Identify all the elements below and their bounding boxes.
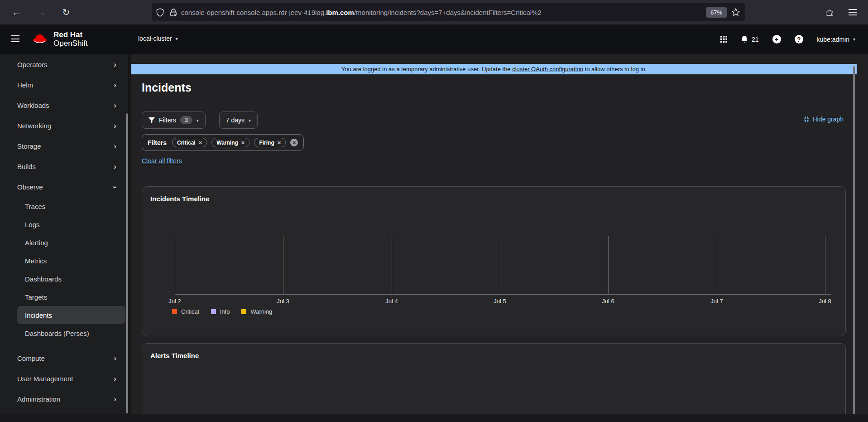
chevron-down-icon: ▾ [853, 37, 855, 42]
chevron-right-icon: › [114, 142, 116, 151]
clear-all-filters-link[interactable]: Clear all filters [142, 157, 182, 165]
browser-reload-icon[interactable]: ↻ [59, 5, 73, 19]
sidebar-item-alerting[interactable]: Alerting [17, 233, 125, 252]
chevron-right-icon: › [114, 374, 116, 383]
sidebar-item-storage[interactable]: Storage› [0, 136, 128, 156]
sidebar-item-builds[interactable]: Builds› [0, 156, 128, 177]
browser-forward-icon[interactable]: → [34, 5, 48, 19]
chevron-right-icon: › [114, 395, 116, 404]
date-tick-line [392, 236, 392, 294]
critical-swatch-icon [172, 309, 177, 314]
date-tick-line [500, 236, 500, 294]
alerts-timeline-card: Alerts Timeline [142, 343, 846, 422]
chevron-down-icon: ▾ [197, 118, 199, 123]
sidebar-item-incidents[interactable]: Incidents [17, 306, 125, 324]
chevron-right-icon: › [114, 60, 116, 69]
filter-chip-group: Filters Critical× Warning× Firing× × [142, 134, 304, 151]
chevron-right-icon: › [114, 121, 116, 131]
filter-funnel-icon [149, 117, 155, 123]
chevron-right-icon: › [114, 354, 116, 363]
warning-swatch-icon [241, 309, 246, 314]
date-tick-line [825, 236, 825, 294]
x-tick-label: Jul 7 [710, 298, 723, 305]
help-button[interactable]: ? [795, 35, 803, 44]
chip-close-icon[interactable]: × [199, 139, 202, 146]
chevron-right-icon: › [114, 81, 116, 90]
filter-chip-critical: Critical× [172, 138, 207, 147]
notification-count: 21 [752, 36, 759, 43]
chevron-right-icon: › [114, 162, 116, 171]
compress-icon [803, 116, 810, 122]
chevron-down-icon: › [110, 186, 120, 189]
sidebar-item-operators[interactable]: Operators› [0, 54, 128, 75]
oauth-config-link[interactable]: cluster OAuth configuration [512, 66, 583, 73]
plus-circle-icon: + [772, 35, 781, 44]
date-tick-line [175, 236, 175, 294]
sidebar-nav: Operators› Helm› Workloads› Networking› … [0, 54, 128, 422]
sidebar-item-metrics[interactable]: Metrics [17, 252, 125, 270]
x-tick-label: Jul 5 [494, 298, 506, 305]
sidebar-item-dashboards[interactable]: Dashboards [17, 270, 125, 288]
bookmark-star-icon[interactable] [731, 8, 740, 17]
sidebar-item-observe[interactable]: Observe› [0, 177, 128, 197]
brand-logo: Red Hat OpenShift [30, 30, 88, 48]
chevron-right-icon: › [114, 101, 116, 110]
url-bar[interactable]: console-openshift-console.apps.rdr-jeev-… [152, 3, 745, 21]
sidebar-item-networking[interactable]: Networking› [0, 116, 128, 136]
sidebar-item-traces[interactable]: Traces [17, 197, 125, 215]
x-tick-label: Jul 8 [819, 298, 831, 305]
zoom-level-badge[interactable]: 67% [706, 7, 727, 18]
date-tick-line [608, 236, 609, 294]
legend-item-critical: Critical [172, 308, 199, 315]
x-tick-label: Jul 4 [385, 298, 398, 305]
chip-close-icon[interactable]: × [278, 139, 281, 146]
date-tick-line [717, 236, 717, 294]
page-title: Incidents [142, 81, 192, 94]
sidebar-item-workloads[interactable]: Workloads› [0, 95, 128, 116]
filters-count-badge: 3 [180, 116, 192, 124]
admin-user-banner: You are logged in as a temporary adminis… [131, 64, 857, 74]
lock-warning-icon[interactable] [169, 8, 177, 17]
question-circle-icon: ? [795, 35, 803, 44]
x-tick-label: Jul 2 [168, 298, 181, 305]
sidebar-item-targets[interactable]: Targets [17, 288, 125, 306]
content-scrollbar[interactable] [853, 66, 855, 416]
nav-section-gap [0, 342, 128, 348]
clear-chip-group-icon[interactable]: × [290, 139, 298, 146]
extensions-puzzle-icon[interactable] [823, 5, 837, 19]
sidebar-scrollbar[interactable] [126, 113, 128, 413]
chip-close-icon[interactable]: × [241, 139, 245, 146]
quick-create-button[interactable]: + [772, 35, 781, 44]
bell-icon [741, 35, 748, 44]
url-text[interactable]: console-openshift-console.apps.rdr-jeev-… [181, 9, 702, 16]
sidebar-item-user-management[interactable]: User Management› [0, 369, 128, 389]
x-tick-label: Jul 6 [602, 298, 614, 305]
sidebar-item-compute[interactable]: Compute› [0, 348, 128, 369]
chevron-down-icon: ▾ [249, 118, 251, 123]
redhat-fedora-icon [30, 30, 50, 48]
hide-graph-button[interactable]: Hide graph [803, 116, 844, 123]
app-launcher-icon[interactable] [720, 36, 727, 43]
sidebar-item-logs[interactable]: Logs [17, 215, 125, 233]
sidebar-item-administration[interactable]: Administration› [0, 389, 128, 409]
notifications-button[interactable]: 21 [741, 35, 759, 44]
filter-chip-firing: Firing× [254, 138, 286, 147]
time-range-dropdown-button[interactable]: 7 days ▾ [219, 112, 258, 129]
alerts-timeline-title: Alerts Timeline [150, 352, 199, 359]
sidebar-item-dashboards-perses[interactable]: Dashboards (Perses) [17, 324, 125, 342]
filters-dropdown-button[interactable]: Filters 3 ▾ [142, 112, 206, 129]
chart-legend: Critical Info Warning [172, 308, 272, 315]
tracking-shield-icon[interactable] [156, 8, 164, 17]
user-menu[interactable]: kube:admin▾ [817, 36, 855, 43]
incidents-timeline-card: Incidents Timeline Jul 2 Jul 3 Jul 4 Jul… [142, 186, 846, 336]
browser-back-icon[interactable]: ← [10, 5, 24, 19]
window-bottom-edge [0, 414, 868, 422]
nav-toggle-icon[interactable] [11, 35, 19, 42]
cluster-selector[interactable]: local-cluster▾ [138, 35, 178, 42]
browser-toolbar: ← → ↻ console-openshift-console.apps.rdr… [0, 0, 868, 24]
x-tick-label: Jul 3 [277, 298, 289, 305]
masthead: Red Hat OpenShift local-cluster▾ 21 + ? … [0, 24, 868, 54]
browser-menu-icon[interactable] [846, 5, 859, 19]
legend-item-info: Info [211, 308, 230, 315]
sidebar-item-helm[interactable]: Helm› [0, 75, 128, 95]
